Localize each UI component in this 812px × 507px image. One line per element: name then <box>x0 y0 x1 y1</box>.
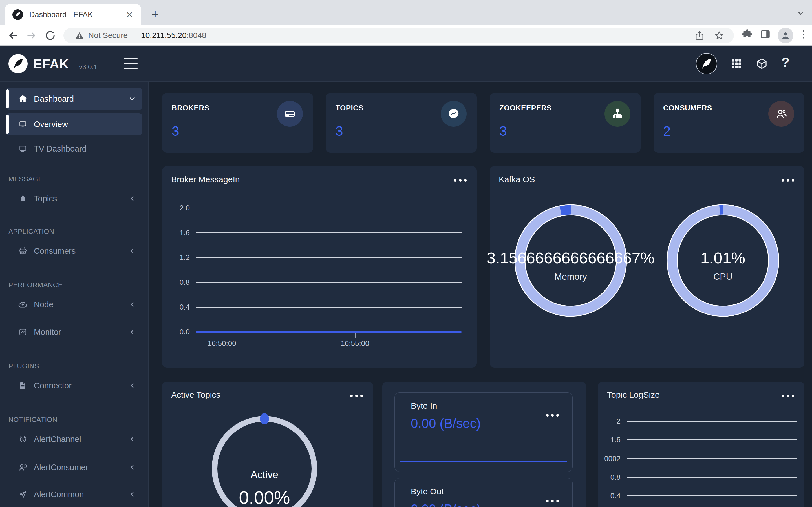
chevron-left-icon <box>128 300 137 309</box>
y-tick: 0.0 <box>169 328 190 336</box>
brand-name: EFAK <box>33 56 69 71</box>
sidebar-item-tv-dashboard[interactable]: TV Dashboard <box>6 138 142 159</box>
side-panel-icon[interactable] <box>760 29 771 40</box>
browser-tab[interactable]: Dashboard - EFAK ✕ <box>5 4 141 25</box>
main-content: BROKERS 3 TOPICS 3 ZOOKEEPERS 3 CONSUMER… <box>149 82 812 507</box>
sidebar-item-monitor[interactable]: Monitor <box>6 321 142 343</box>
x-tick-mark <box>221 334 222 338</box>
stat-label: TOPICS <box>336 104 363 112</box>
y-tick: 0.4 <box>599 492 620 500</box>
gridline <box>196 208 462 209</box>
browser-tab-strip: Dashboard - EFAK ✕ + <box>0 0 812 25</box>
sidebar-item-alertconsumer[interactable]: AlertConsumer <box>6 456 142 478</box>
sidebar-toggle-hamburger-icon[interactable] <box>124 58 138 69</box>
sidebar-item-topics[interactable]: Topics <box>6 187 142 210</box>
gridline <box>627 458 797 459</box>
bookmark-star-icon[interactable] <box>714 31 724 41</box>
new-tab-button[interactable]: + <box>147 6 163 22</box>
y-tick: 0.4 <box>169 303 190 312</box>
gridline <box>196 232 462 233</box>
sidebar-item-label: Node <box>34 300 53 309</box>
tv-icon <box>17 144 28 154</box>
sidebar-item-label: AlertChannel <box>34 435 81 444</box>
chevron-left-icon <box>128 463 137 471</box>
sidebar-item-overview[interactable]: Overview <box>6 113 142 135</box>
chevron-left-icon <box>128 381 137 390</box>
forward-icon[interactable] <box>26 29 38 42</box>
reload-icon[interactable] <box>44 29 56 42</box>
url-host: 10.211.55.20 <box>141 31 186 40</box>
messenger-icon <box>441 101 467 127</box>
basket-icon <box>17 245 28 256</box>
panel-menu-icon[interactable] <box>350 395 363 397</box>
sidebar-item-connector[interactable]: Connector <box>6 375 142 397</box>
sidebar-item-dashboard[interactable]: Dashboard <box>6 88 142 110</box>
url-text[interactable]: 10.211.55.20:8048 <box>141 31 206 40</box>
sidebar-item-consumers[interactable]: Consumers <box>6 240 142 262</box>
byte-in-title: Byte In <box>411 401 437 411</box>
stat-card-brokers: BROKERS 3 <box>162 93 313 153</box>
byte-out-value: 0.00 (B/sec) <box>411 501 481 507</box>
panel-menu-icon[interactable] <box>781 395 794 397</box>
apps-grid-icon[interactable] <box>730 57 743 70</box>
url-port: :8048 <box>187 31 206 40</box>
section-title-message: MESSAGE <box>8 175 148 183</box>
sitemap-icon <box>605 101 630 127</box>
y-tick: 0.8 <box>169 278 190 287</box>
x-tick-label: 16:50:00 <box>207 339 236 348</box>
byte-panels-container: Byte In 0.00 (B/sec) Byte Out 0.00 (B/se… <box>382 382 586 507</box>
hard-drive-icon <box>277 101 303 127</box>
not-secure-warning-icon <box>75 31 84 40</box>
cube-icon[interactable] <box>756 57 768 70</box>
topic-logsize-panel: Topic LogSize 2 1.6 0002 0.8 0.4 <box>598 382 804 507</box>
stat-label: ZOOKEEPERS <box>499 104 552 112</box>
chevron-left-icon <box>128 328 137 336</box>
browser-profile-avatar[interactable] <box>777 27 794 43</box>
gridline <box>196 257 462 258</box>
tab-list-chevron-icon[interactable] <box>796 8 806 18</box>
chevron-left-icon <box>128 435 137 443</box>
security-label[interactable]: Not Secure <box>88 31 128 40</box>
sidebar-item-alertchannel[interactable]: AlertChannel <box>6 428 142 450</box>
x-tick-label: 16:55:00 <box>341 339 369 348</box>
sidebar-item-node[interactable]: Node <box>6 293 142 316</box>
byte-out-title: Byte Out <box>411 487 444 496</box>
help-icon[interactable]: ? <box>781 55 790 70</box>
sidebar-item-label: Topics <box>34 194 57 203</box>
address-divider <box>134 31 134 40</box>
panel-title: Active Topics <box>171 390 220 400</box>
sidebar-item-alertcommon[interactable]: AlertCommon <box>6 483 142 505</box>
y-tick: 1.6 <box>169 228 190 237</box>
byte-in-card: Byte In 0.00 (B/sec) <box>395 392 573 472</box>
panel-title: Topic LogSize <box>607 390 660 400</box>
share-icon[interactable] <box>695 31 705 41</box>
cloud-download-icon <box>17 299 28 310</box>
efak-logo[interactable] <box>8 54 28 73</box>
byte-in-sparkline <box>400 461 567 462</box>
panel-title: Broker MessageIn <box>171 175 240 184</box>
chart-square-icon <box>17 327 28 337</box>
efak-favicon-icon <box>12 9 23 20</box>
back-icon[interactable] <box>7 29 19 42</box>
tab-close-icon[interactable]: ✕ <box>126 10 133 20</box>
panel-menu-icon[interactable] <box>454 179 467 182</box>
stat-label: BROKERS <box>172 104 209 112</box>
browser-menu-dots-icon[interactable] <box>798 29 809 40</box>
panel-menu-icon[interactable] <box>546 414 559 416</box>
stat-label: CONSUMERS <box>663 104 712 112</box>
stat-card-consumers: CONSUMERS 2 <box>654 93 804 153</box>
panel-menu-icon[interactable] <box>546 500 559 502</box>
extensions-puzzle-icon[interactable] <box>742 29 753 40</box>
stat-card-zookeepers: ZOOKEEPERS 3 <box>490 93 641 153</box>
byte-out-card: Byte Out 0.00 (B/sec) <box>395 478 573 507</box>
user-avatar[interactable] <box>696 53 717 74</box>
y-tick: 1.6 <box>599 436 620 444</box>
chevron-down-icon <box>128 95 137 103</box>
active-topics-panel: Active Topics Active 0.00% <box>162 382 373 507</box>
alarm-clock-icon <box>17 434 28 445</box>
person-icon <box>780 30 791 41</box>
section-title-performance: PERFORMANCE <box>8 281 148 289</box>
address-bar[interactable]: Not Secure 10.211.55.20:8048 <box>63 28 734 43</box>
broker-messagein-panel: Broker MessageIn 2.0 1.6 1.2 0.8 0.4 0.0… <box>162 166 477 368</box>
panel-menu-icon[interactable] <box>781 179 794 182</box>
